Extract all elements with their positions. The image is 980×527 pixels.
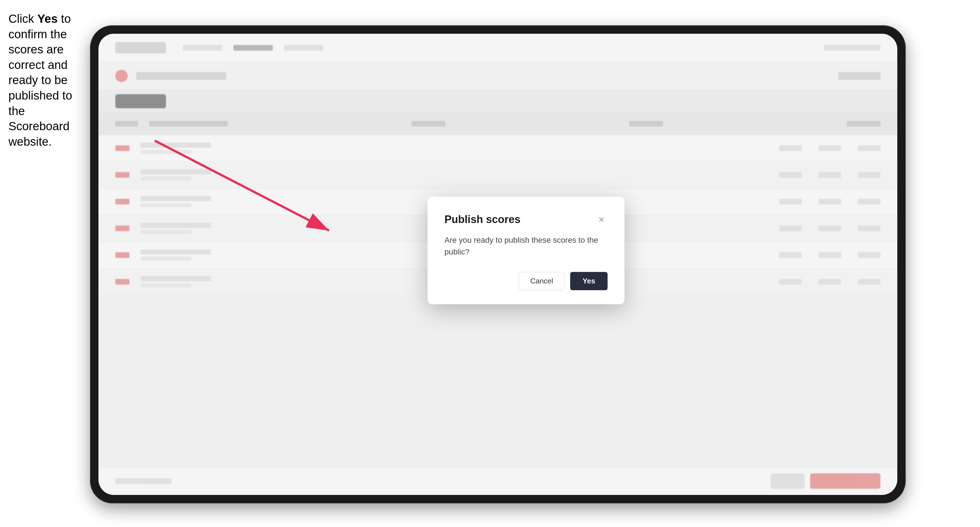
tablet-device: Publish scores × Are you ready to publis… (90, 25, 906, 503)
close-icon: × (598, 214, 604, 225)
modal-close-button[interactable]: × (595, 213, 608, 226)
instruction-text: Click Yes to confirm the scores are corr… (8, 11, 87, 149)
screen-content: Publish scores × Are you ready to publis… (99, 34, 897, 495)
cancel-button[interactable]: Cancel (519, 272, 565, 290)
modal-footer: Cancel Yes (444, 272, 608, 290)
modal-dialog: Publish scores × Are you ready to publis… (428, 197, 624, 304)
tablet-screen: Publish scores × Are you ready to publis… (99, 34, 897, 495)
tablet-outer-shell: Publish scores × Are you ready to publis… (90, 25, 906, 503)
modal-title: Publish scores (444, 213, 520, 225)
modal-header: Publish scores × (444, 213, 608, 226)
modal-body-text: Are you ready to publish these scores to… (444, 234, 608, 258)
yes-button[interactable]: Yes (570, 272, 608, 290)
modal-overlay: Publish scores × Are you ready to publis… (99, 34, 897, 495)
yes-emphasis: Yes (37, 12, 58, 25)
